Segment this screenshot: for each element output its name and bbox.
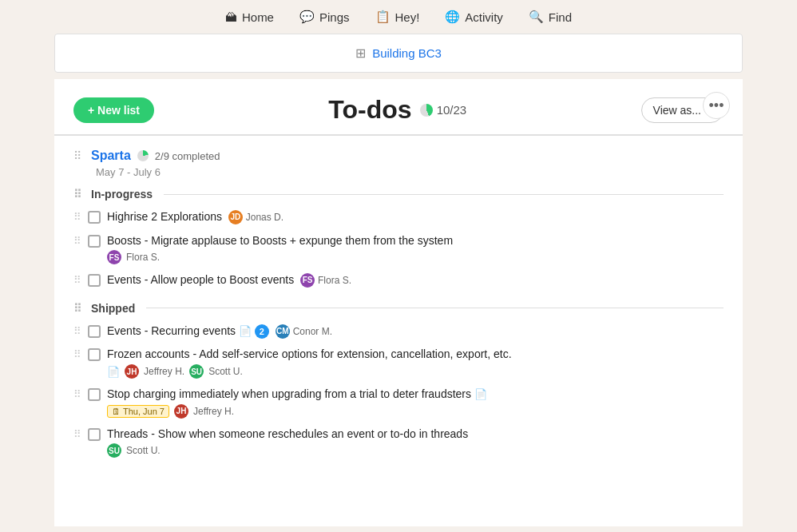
todo-content: Events - Recurring events 📄 2 CM Conor M…	[107, 324, 724, 339]
todo-text: Stop charging immediately when upgrading…	[107, 387, 724, 403]
completed-label: 2/9 completed	[155, 150, 220, 162]
activity-icon: 🌐	[445, 10, 460, 24]
todo-content: Events - Allow people to Boost events FS…	[107, 272, 724, 288]
nav-pings-label: Pings	[319, 10, 350, 24]
new-list-button[interactable]: + New list	[73, 97, 154, 123]
calendar-icon: 🗓	[112, 407, 121, 416]
project-name-link[interactable]: Sparta	[91, 149, 131, 163]
todo-text: Events - Recurring events 📄 2 CM Conor M…	[107, 324, 724, 339]
page-title: To-dos	[328, 95, 411, 125]
todo-content: Highrise 2 Explorations JD Jonas D.	[107, 209, 724, 225]
avatar: SU	[107, 443, 121, 458]
toolbar: + New list To-dos 10/23 View as... ▾	[54, 79, 743, 136]
item-drag-handle[interactable]: ⠿	[73, 427, 81, 440]
assignee-name: Jeffrey H.	[144, 366, 184, 377]
assignee-name: Jeffrey H.	[193, 406, 234, 417]
home-icon: 🏔	[225, 10, 237, 24]
document-icon: 📄	[239, 325, 252, 337]
view-as-label: View as...	[653, 104, 701, 117]
item-drag-handle[interactable]: ⠿	[73, 209, 81, 223]
todo-checkbox[interactable]	[88, 388, 101, 401]
assignee-name: Flora S.	[318, 275, 351, 286]
group-shipped-label: Shipped	[91, 302, 135, 315]
todo-text: Boosts - Migrate applause to Boosts + ex…	[107, 233, 724, 249]
todo-text: Highrise 2 Explorations JD Jonas D.	[107, 209, 724, 225]
todo-item: ⠿ Events - Recurring events 📄 2 CM Conor…	[73, 320, 724, 343]
group-in-progress-label: In-progress	[91, 188, 153, 200]
item-drag-handle[interactable]: ⠿	[73, 347, 81, 360]
assignee-name: Scott U.	[126, 445, 161, 456]
nav-find[interactable]: 🔍 Find	[529, 10, 572, 24]
avatar: JH	[125, 364, 139, 379]
nav-hey[interactable]: 📋 Hey!	[375, 10, 420, 24]
grid-icon: ⊞	[355, 46, 366, 61]
nav-pings[interactable]: 💬 Pings	[299, 10, 350, 24]
todo-item: ⠿ Stop charging immediately when upgradi…	[73, 383, 724, 423]
group-in-progress: ⠿ In-progress	[73, 188, 724, 200]
nav-activity-label: Activity	[465, 10, 503, 24]
project-bar: ⊞ Building BC3	[54, 34, 743, 73]
item-drag-handle[interactable]: ⠿	[73, 324, 81, 337]
avatar: JH	[174, 404, 188, 419]
todo-item: ⠿ Threads - Show when someone reschedule…	[73, 423, 724, 463]
nav-find-label: Find	[549, 10, 572, 24]
hey-icon: 📋	[375, 10, 391, 24]
todo-meta: FS Flora S.	[107, 250, 724, 264]
nav-hey-label: Hey!	[395, 10, 420, 24]
new-list-label: + New list	[88, 104, 140, 117]
todo-checkbox[interactable]	[88, 325, 101, 338]
todo-item: ⠿ Events - Allow people to Boost events …	[73, 268, 724, 292]
progress-badge: 10/23	[420, 103, 467, 117]
todo-content: Boosts - Migrate applause to Boosts + ex…	[107, 233, 724, 265]
find-icon: 🔍	[529, 10, 544, 24]
todo-item: ⠿ Highrise 2 Explorations JD Jonas D.	[73, 205, 724, 229]
more-options-button[interactable]: •••	[703, 92, 730, 119]
top-nav: 🏔 Home 💬 Pings 📋 Hey! 🌐 Activity 🔍 Find	[0, 0, 797, 34]
todo-text: Events - Allow people to Boost events FS…	[107, 272, 724, 288]
group-shipped: ⠿ Shipped	[73, 302, 724, 315]
group-drag-handle[interactable]: ⠿	[73, 302, 81, 315]
comment-badge: 2	[255, 324, 269, 339]
avatar: JD	[228, 210, 243, 224]
todo-item: ⠿ Boosts - Migrate applause to Boosts + …	[73, 229, 724, 269]
todo-meta: 🗓 Thu, Jun 7 JH Jeffrey H.	[107, 404, 724, 419]
more-options-icon: •••	[709, 97, 724, 114]
nav-home[interactable]: 🏔 Home	[225, 10, 274, 24]
nav-home-label: Home	[242, 10, 274, 24]
list-content: ⠿ Sparta 2/9 completed May 7 - July 6 ⠿ …	[54, 136, 743, 474]
assignee-name: Conor M.	[293, 326, 332, 337]
title-area: To-dos 10/23	[328, 95, 466, 125]
progress-dot	[420, 104, 433, 117]
todo-checkbox[interactable]	[88, 428, 101, 441]
todo-meta: SU Scott U.	[107, 443, 724, 458]
project-header: ⠿ Sparta 2/9 completed	[73, 149, 724, 163]
item-drag-handle[interactable]: ⠿	[73, 233, 81, 247]
todo-text: Frozen accounts - Add self-service optio…	[107, 347, 724, 363]
drag-handle[interactable]: ⠿	[73, 149, 81, 162]
todo-checkbox[interactable]	[88, 211, 101, 224]
date-badge: 🗓 Thu, Jun 7	[107, 405, 169, 418]
project-progress-dot	[137, 150, 149, 161]
item-drag-handle[interactable]: ⠿	[73, 387, 81, 400]
todo-checkbox[interactable]	[88, 235, 101, 248]
pings-icon: 💬	[299, 10, 315, 24]
progress-count: 10/23	[437, 103, 467, 117]
assignee-name: Flora S.	[126, 252, 160, 263]
avatar: SU	[189, 364, 204, 379]
todo-checkbox[interactable]	[88, 274, 101, 287]
avatar: FS	[300, 273, 315, 288]
nav-activity[interactable]: 🌐 Activity	[445, 10, 503, 24]
project-link[interactable]: ⊞ Building BC3	[355, 46, 442, 61]
group-drag-handle[interactable]: ⠿	[73, 188, 81, 200]
todo-item: ⠿ Frozen accounts - Add self-service opt…	[73, 343, 724, 383]
todo-content: Threads - Show when someone reschedules …	[107, 427, 724, 459]
todo-checkbox[interactable]	[88, 348, 101, 361]
date-range: May 7 - July 6	[96, 166, 724, 178]
todo-text: Threads - Show when someone reschedules …	[107, 427, 724, 443]
avatar: CM	[276, 324, 290, 339]
item-drag-handle[interactable]: ⠿	[73, 272, 81, 286]
main-container: ••• + New list To-dos 10/23 View as... ▾…	[54, 79, 743, 526]
todo-content: Frozen accounts - Add self-service optio…	[107, 347, 724, 379]
todo-content: Stop charging immediately when upgrading…	[107, 387, 724, 419]
date-text: Thu, Jun 7	[123, 407, 165, 416]
